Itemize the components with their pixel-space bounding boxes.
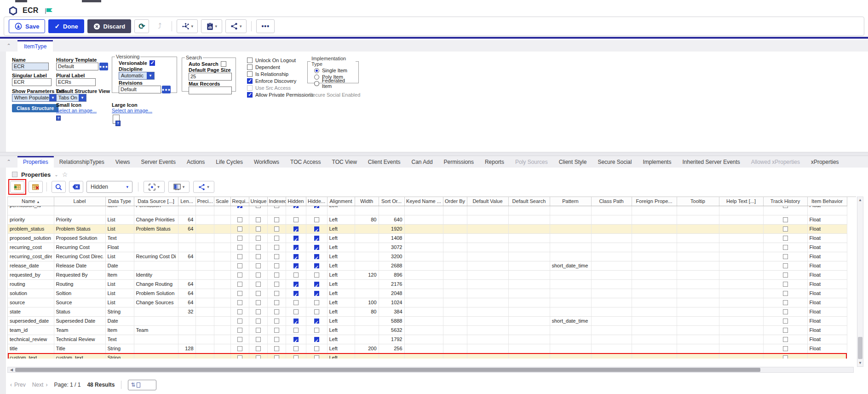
unique-checkbox[interactable] — [256, 245, 261, 250]
option-checkbox-3[interactable] — [247, 78, 253, 84]
table-row-state[interactable]: stateStatusString32Left80384Float — [8, 307, 847, 316]
tab-life-cycles[interactable]: Life Cycles — [210, 156, 248, 168]
history-template-field[interactable]: Default — [56, 63, 98, 70]
requi-checkbox[interactable] — [237, 300, 242, 305]
track-checkbox[interactable] — [783, 263, 788, 268]
unique-checkbox[interactable] — [256, 337, 261, 342]
hidden-checkbox[interactable] — [293, 206, 299, 208]
tab-toc-view[interactable]: TOC View — [327, 156, 362, 168]
track-checkbox[interactable] — [783, 206, 788, 208]
hidden2-checkbox[interactable] — [314, 263, 319, 268]
name-field[interactable]: ECR — [12, 63, 49, 70]
column-header-requi-[interactable]: Requi... — [230, 197, 249, 206]
column-header-tooltip[interactable]: Tooltip — [677, 197, 719, 206]
unique-checkbox[interactable] — [256, 272, 261, 278]
tab-actions[interactable]: Actions — [181, 156, 210, 168]
tab-client-events[interactable]: Client Events — [362, 156, 406, 168]
vertical-scrollbar[interactable]: ▲ ▼ — [857, 197, 863, 367]
hidden-checkbox[interactable] — [293, 319, 299, 324]
unique-checkbox[interactable] — [256, 206, 261, 208]
column-header-hidde-[interactable]: Hidde... — [306, 197, 327, 206]
table-row-solution[interactable]: solutionSoltionListProblem Solution64Lef… — [8, 289, 847, 298]
requi-checkbox[interactable] — [237, 355, 242, 359]
singular-label-field[interactable]: ECR — [12, 78, 52, 86]
auto-search-checkbox[interactable] — [221, 61, 226, 67]
indexed-checkbox[interactable] — [274, 319, 279, 324]
track-checkbox[interactable] — [783, 291, 788, 296]
column-header-track-history[interactable]: Track History — [763, 197, 807, 206]
requi-checkbox[interactable] — [237, 236, 242, 241]
tab-implements[interactable]: Implements — [637, 156, 677, 168]
unique-checkbox[interactable] — [256, 309, 261, 314]
indexed-checkbox[interactable] — [274, 291, 279, 296]
layout-dropdown-button[interactable]: ▾ — [168, 181, 190, 193]
hidden2-checkbox[interactable] — [314, 254, 319, 259]
requi-checkbox[interactable] — [237, 282, 242, 287]
track-checkbox[interactable] — [783, 236, 788, 241]
hidden-checkbox[interactable] — [293, 282, 299, 287]
collapse-panel-icon[interactable]: ⌃ — [0, 156, 17, 168]
requi-checkbox[interactable] — [237, 346, 242, 351]
table-row-proposed_solution[interactable]: proposed_solutionProposed SolutionTextLe… — [8, 233, 847, 243]
share-dropdown-button[interactable]: ▾ — [225, 19, 247, 33]
class-structure-button[interactable]: Class Structure — [12, 104, 58, 112]
track-checkbox[interactable] — [783, 309, 788, 314]
column-header-name[interactable]: Name▲ — [8, 197, 54, 206]
save-button[interactable]: Save — [9, 19, 45, 33]
horizontal-scroll-thumb[interactable] — [15, 368, 760, 372]
share-grid-dropdown-button[interactable]: ▾ — [193, 181, 214, 193]
unique-checkbox[interactable] — [256, 254, 261, 259]
hidden2-checkbox[interactable] — [314, 282, 319, 287]
table-row-priority[interactable]: priorityPriorityListChange Priorities64L… — [8, 215, 847, 224]
indexed-checkbox[interactable] — [274, 226, 279, 232]
column-header-preci-[interactable]: Preci... — [195, 197, 214, 206]
column-header-len-[interactable]: Len... — [178, 197, 195, 206]
requi-checkbox[interactable] — [237, 254, 242, 259]
requi-checkbox[interactable] — [237, 319, 242, 324]
panel-splitter[interactable] — [0, 152, 868, 156]
indexed-checkbox[interactable] — [274, 254, 279, 259]
search-grid-button[interactable] — [52, 181, 66, 193]
hidden2-checkbox[interactable] — [314, 355, 319, 359]
column-header-unique[interactable]: Unique — [249, 197, 267, 206]
tab-relationshiptypes[interactable]: RelationshipTypes — [54, 156, 110, 168]
track-checkbox[interactable] — [783, 300, 788, 305]
indexed-checkbox[interactable] — [274, 245, 279, 250]
unique-checkbox[interactable] — [256, 300, 261, 305]
indexed-checkbox[interactable] — [274, 300, 279, 305]
hidden-checkbox[interactable] — [293, 355, 299, 359]
radio-1[interactable] — [314, 75, 319, 80]
requi-checkbox[interactable] — [237, 309, 242, 314]
column-header-label[interactable]: Label — [54, 197, 105, 206]
indexed-checkbox[interactable] — [274, 337, 279, 342]
plural-label-field[interactable]: ECRs — [56, 78, 96, 86]
option-checkbox-1[interactable] — [247, 64, 253, 70]
done-button[interactable]: ✓ Done — [48, 19, 84, 33]
scroll-down-icon[interactable]: ▼ — [857, 360, 863, 366]
unique-checkbox[interactable] — [256, 236, 261, 241]
column-header-keyed-name-[interactable]: Keyed Name ... — [404, 197, 443, 206]
hidden2-checkbox[interactable] — [314, 300, 319, 305]
table-row-superseded_date[interactable]: superseded_dateSuperseded DateDateLeft58… — [8, 316, 847, 325]
more-actions-button[interactable]: ••• — [256, 19, 275, 33]
tab-client-style[interactable]: Client Style — [553, 156, 592, 168]
column-header-data-type[interactable]: Data Type — [105, 197, 134, 206]
column-header-pattern[interactable]: Pattern — [550, 197, 591, 206]
vertical-scroll-thumb[interactable] — [858, 337, 862, 359]
tab-can-add[interactable]: Can Add — [406, 156, 438, 168]
revisions-field[interactable]: Default — [119, 86, 161, 93]
row-height-input[interactable]: ⇅ — [128, 380, 156, 390]
unique-checkbox[interactable] — [256, 319, 261, 324]
track-checkbox[interactable] — [783, 282, 788, 287]
track-checkbox[interactable] — [783, 337, 788, 342]
tab-xproperties[interactable]: xProperties — [805, 156, 845, 168]
tab-workflows[interactable]: Workflows — [248, 156, 285, 168]
revisions-browse-button[interactable]: ●●● — [162, 86, 171, 93]
scroll-left-icon[interactable]: ◀ — [9, 367, 14, 372]
hidden2-checkbox[interactable] — [314, 217, 319, 222]
tab-permissions[interactable]: Permissions — [438, 156, 479, 168]
indexed-checkbox[interactable] — [274, 206, 279, 208]
requi-checkbox[interactable] — [237, 272, 242, 278]
column-header-scale[interactable]: Scale — [214, 197, 230, 206]
unique-checkbox[interactable] — [256, 328, 261, 333]
